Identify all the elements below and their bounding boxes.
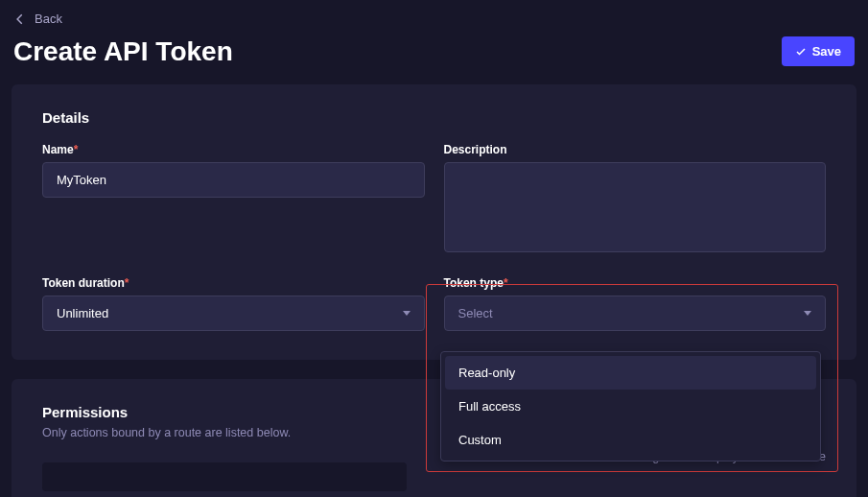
duration-select[interactable]: Unlimited [42, 296, 425, 331]
type-label: Token type* [444, 276, 827, 290]
save-label: Save [812, 44, 841, 59]
name-label: Name* [42, 143, 425, 156]
chevron-down-icon [804, 311, 811, 316]
save-button[interactable]: Save [782, 36, 855, 66]
description-input[interactable] [444, 162, 827, 252]
page-title: Create API Token [13, 36, 233, 67]
name-input[interactable] [42, 162, 425, 198]
description-label: Description [444, 143, 827, 156]
duration-label: Token duration* [42, 276, 425, 290]
permissions-inner-panel [42, 462, 407, 491]
type-dropdown: Read-only Full access Custom [440, 351, 821, 462]
check-icon [795, 46, 807, 58]
details-card: Details Name* Description Token duration… [12, 84, 856, 360]
type-select[interactable]: Select [444, 296, 827, 331]
type-option-full-access[interactable]: Full access [445, 390, 816, 423]
chevron-down-icon [403, 311, 411, 316]
back-link[interactable]: Back [13, 12, 62, 26]
duration-value: Unlimited [57, 306, 108, 320]
back-label: Back [35, 12, 62, 26]
details-section-title: Details [42, 109, 826, 126]
type-option-read-only[interactable]: Read-only [445, 356, 816, 390]
type-option-custom[interactable]: Custom [445, 423, 816, 457]
arrow-left-icon [13, 12, 27, 26]
type-placeholder: Select [458, 306, 493, 320]
